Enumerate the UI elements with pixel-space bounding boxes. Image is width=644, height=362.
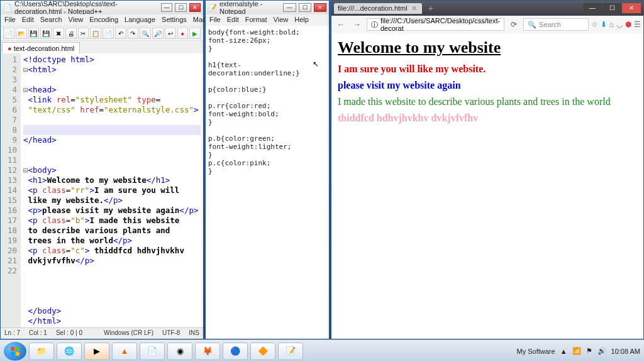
npp-toolbar: 📄 📂 💾 💾 ✖ 🖨 ✂ 📋 📄 ↶ ↷ 🔍 🔎 ↩ ● ▶ (1, 26, 203, 41)
npp-tabstrip: ● text-decoration.html (1, 41, 203, 53)
status-eol: Windows (CR LF) (104, 329, 153, 337)
task-app2[interactable]: 🔶 (250, 343, 275, 360)
copy-icon[interactable]: 📋 (90, 28, 101, 39)
tray-clock[interactable]: 10:08 AM (611, 348, 640, 355)
ff-titlebar[interactable]: file:///...decoration.html ✕ + — ☐ ✕ (331, 1, 643, 16)
play-icon[interactable]: ▶ (189, 28, 201, 39)
npp-close-button[interactable]: ✕ (189, 3, 201, 12)
menu-edit[interactable]: Edit (227, 16, 239, 25)
redo-icon[interactable]: ↷ (128, 28, 139, 39)
ff-tab-close-icon[interactable]: ✕ (411, 4, 417, 13)
wrap-icon[interactable]: ↩ (165, 28, 176, 39)
new-file-icon[interactable]: 📄 (3, 28, 14, 39)
star-icon[interactable]: ☆ (591, 20, 598, 29)
task-media[interactable]: ▶ (84, 343, 109, 360)
svg-rect-3 (16, 352, 19, 356)
menu-help[interactable]: Help (294, 16, 309, 25)
np-titlebar[interactable]: 📝 externalstyle - Notepad — ☐ ✕ (206, 1, 329, 14)
np-maximize-button[interactable]: ☐ (299, 3, 311, 12)
menu-view[interactable]: View (69, 16, 84, 25)
npp-gutter: 12345678910111213141516171819202122 (1, 53, 21, 327)
notepad-window: 📝 externalstyle - Notepad — ☐ ✕ FileEdit… (205, 0, 330, 339)
tray-network-icon[interactable]: 📶 (572, 347, 581, 355)
task-explorer[interactable]: 📁 (29, 343, 54, 360)
svg-rect-1 (16, 347, 19, 351)
find-icon[interactable]: 🔍 (140, 28, 151, 39)
npp-menubar: FileEditSearchViewEncodingLanguageSettin… (1, 14, 203, 26)
npp-minimize-button[interactable]: — (161, 3, 172, 12)
npp-tab-active[interactable]: ● text-decoration.html (2, 42, 80, 53)
menu-format[interactable]: Format (245, 16, 267, 25)
menu-icon[interactable]: ☰ (634, 20, 641, 29)
reload-icon[interactable]: ⟳ (507, 18, 521, 31)
svg-rect-0 (11, 347, 14, 351)
tray-up-icon[interactable]: ▲ (560, 348, 567, 355)
file-icon: ● (8, 45, 12, 52)
np-textarea[interactable]: body{font-weight:bold; font-size:26px; }… (206, 26, 329, 339)
back-icon[interactable]: ← (334, 18, 348, 31)
url-field[interactable]: ⓘ file:///C:/Users/SARC/Desktop/css/text… (367, 18, 504, 31)
cut-icon[interactable]: ✂ (78, 28, 89, 39)
page-p-rr: I am sure you will like my website. (338, 63, 637, 75)
npp-maximize-button[interactable]: ☐ (175, 3, 186, 12)
menu-encoding[interactable]: Encoding (89, 16, 118, 25)
menu-view[interactable]: View (274, 16, 289, 25)
svg-rect-2 (11, 352, 14, 356)
npp-statusbar: Ln : 7 Col : 1 Sel : 0 | 0 Windows (CR L… (1, 327, 203, 339)
menu-edit[interactable]: Edit (22, 16, 34, 25)
menu-file[interactable]: File (209, 16, 221, 25)
ff-newtab-button[interactable]: + (425, 3, 437, 13)
shield-icon[interactable]: ⬢ (625, 20, 631, 29)
ff-minimize-button[interactable]: — (583, 3, 602, 13)
npp-titlebar[interactable]: 📄 C:\Users\SARC\Desktop\css\text-decorat… (1, 1, 203, 14)
firefox-window: file:///...decoration.html ✕ + — ☐ ✕ ← →… (331, 0, 644, 339)
task-vlc[interactable]: ▲ (112, 343, 137, 360)
undo-icon[interactable]: ↶ (115, 28, 126, 39)
taskbar: 📁 🌐 ▶ ▲ 📄 ◉ 🦊 🔵 🔶 📝 My Software ▲ 📶 ⚑ 🔊 … (0, 339, 644, 362)
download-icon[interactable]: ⬇ (601, 20, 607, 29)
home-icon[interactable]: ⌂ (609, 20, 614, 29)
save-icon[interactable]: 💾 (28, 28, 40, 39)
paste-icon[interactable]: 📄 (103, 28, 114, 39)
start-button[interactable] (4, 342, 26, 361)
info-icon[interactable]: ⓘ (371, 20, 378, 30)
tray-label[interactable]: My Software (516, 348, 555, 355)
ff-window-controls: — ☐ ✕ (583, 3, 641, 13)
forward-icon[interactable]: → (350, 18, 364, 31)
url-text: file:///C:/Users/SARC/Desktop/css/text-d… (380, 17, 500, 32)
task-app1[interactable]: 🔵 (223, 343, 248, 360)
print-icon[interactable]: 🖨 (65, 28, 77, 39)
save-all-icon[interactable]: 💾 (40, 28, 52, 39)
record-icon[interactable]: ● (177, 28, 189, 39)
zoom-in-icon[interactable]: 🔎 (152, 28, 164, 39)
menu-file[interactable]: File (4, 16, 16, 25)
task-browser[interactable]: 🌐 (57, 343, 82, 360)
np-menubar: FileEditFormatViewHelp (206, 14, 329, 26)
menu-language[interactable]: Language (125, 16, 155, 25)
status-ln: Ln : 7 (4, 329, 20, 337)
np-title: externalstyle - Notepad (219, 0, 278, 15)
task-notepad[interactable]: 📝 (278, 343, 303, 360)
np-minimize-button[interactable]: — (283, 3, 296, 12)
menu-settings[interactable]: Settings (162, 16, 187, 25)
menu-search[interactable]: Search (40, 16, 62, 25)
search-field[interactable]: 🔍 Search (523, 18, 589, 31)
search-icon: 🔍 (528, 21, 536, 29)
ff-tab-active[interactable]: file:///...decoration.html ✕ (334, 3, 422, 14)
pocket-icon[interactable]: ◡ (616, 20, 623, 29)
close-file-icon[interactable]: ✖ (53, 28, 64, 39)
notepad-icon: 📝 (208, 4, 217, 12)
task-firefox[interactable]: 🦊 (195, 343, 220, 360)
tray-volume-icon[interactable]: 🔊 (597, 347, 606, 355)
status-enc: UTF-8 (162, 329, 180, 337)
ff-maximize-button[interactable]: ☐ (602, 3, 621, 13)
npp-editor[interactable]: 12345678910111213141516171819202122 <!do… (1, 53, 203, 327)
task-notepadpp[interactable]: 📄 (140, 343, 165, 360)
npp-code[interactable]: <!doctype html>⊟<html> ⊟<head> <link rel… (21, 53, 203, 327)
ff-close-button[interactable]: ✕ (622, 3, 641, 13)
tray-flag-icon[interactable]: ⚑ (586, 347, 592, 355)
open-file-icon[interactable]: 📂 (16, 28, 27, 39)
np-close-button[interactable]: ✕ (314, 3, 326, 12)
status-sel: Sel : 0 | 0 (56, 329, 82, 337)
task-chrome[interactable]: ◉ (167, 343, 192, 360)
